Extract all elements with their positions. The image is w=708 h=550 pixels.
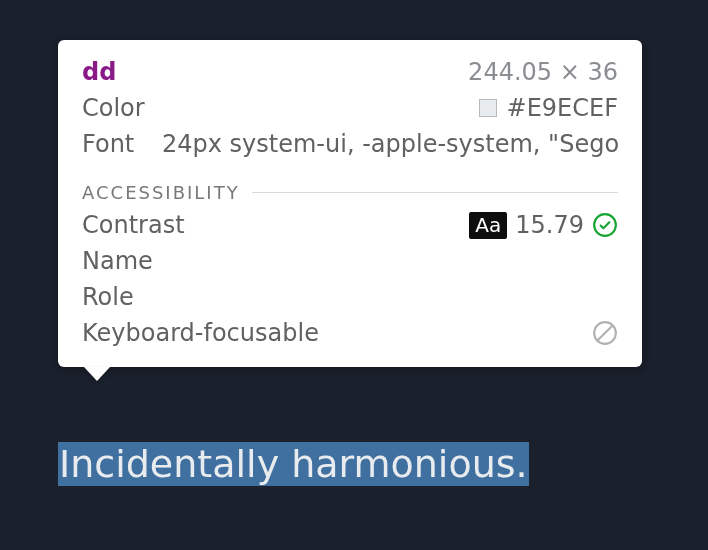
font-row: Font 24px system-ui, -apple-system, "Seg… bbox=[82, 130, 618, 158]
contrast-row: Contrast Aa 15.79 bbox=[82, 211, 618, 239]
color-hex: #E9ECEF bbox=[507, 94, 618, 122]
name-row: Name bbox=[82, 247, 618, 275]
element-tag-name: dd bbox=[82, 58, 116, 86]
font-value: 24px system-ui, -apple-system, "Segoe… bbox=[162, 130, 618, 158]
keyboard-focusable-value bbox=[592, 320, 618, 346]
contrast-ratio: 15.79 bbox=[515, 211, 584, 239]
color-value: #E9ECEF bbox=[479, 94, 618, 122]
contrast-sample-badge: Aa bbox=[469, 212, 507, 239]
role-row: Role bbox=[82, 283, 618, 311]
keyboard-focusable-label: Keyboard-focusable bbox=[82, 319, 319, 347]
font-label: Font bbox=[82, 130, 152, 158]
tooltip-header: dd 244.05 × 36 bbox=[82, 58, 618, 86]
inspected-element-text[interactable]: Incidentally harmonious. bbox=[58, 442, 529, 486]
element-inspector-tooltip: dd 244.05 × 36 Color #E9ECEF Font 24px s… bbox=[58, 40, 642, 367]
accessible-role-label: Role bbox=[82, 283, 134, 311]
accessibility-heading-text: ACCESSIBILITY bbox=[82, 182, 240, 203]
divider bbox=[252, 192, 618, 193]
color-swatch-icon bbox=[479, 99, 497, 117]
color-label: Color bbox=[82, 94, 152, 122]
accessible-name-label: Name bbox=[82, 247, 153, 275]
keyboard-focusable-row: Keyboard-focusable bbox=[82, 319, 618, 347]
accessibility-heading: ACCESSIBILITY bbox=[82, 182, 618, 203]
svg-line-2 bbox=[597, 325, 612, 340]
element-dimensions: 244.05 × 36 bbox=[468, 58, 618, 86]
not-allowed-icon bbox=[592, 320, 618, 346]
check-circle-icon bbox=[592, 212, 618, 238]
color-row: Color #E9ECEF bbox=[82, 94, 618, 122]
contrast-value-group: Aa 15.79 bbox=[469, 211, 618, 239]
svg-point-0 bbox=[594, 214, 616, 236]
contrast-label: Contrast bbox=[82, 211, 185, 239]
